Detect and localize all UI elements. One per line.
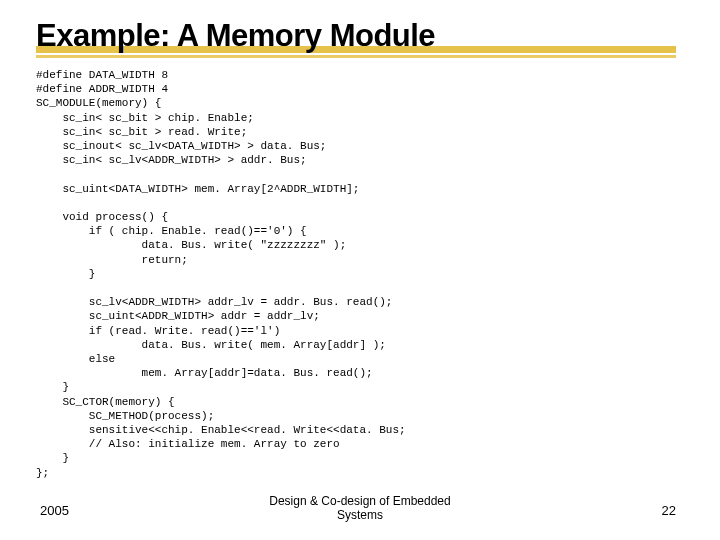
title-block: Example: A Memory Module — [36, 18, 684, 54]
footer-line1: Design & Co-design of Embedded — [269, 494, 450, 508]
footer-line2: Systems — [337, 508, 383, 522]
slide: Example: A Memory Module #define DATA_WI… — [0, 0, 720, 540]
footer-year: 2005 — [40, 503, 69, 518]
footer-course: Design & Co-design of Embedded Systems — [200, 494, 520, 522]
footer-page-number: 22 — [662, 503, 676, 518]
slide-title: Example: A Memory Module — [36, 18, 684, 54]
code-block: #define DATA_WIDTH 8 #define ADDR_WIDTH … — [36, 68, 684, 480]
